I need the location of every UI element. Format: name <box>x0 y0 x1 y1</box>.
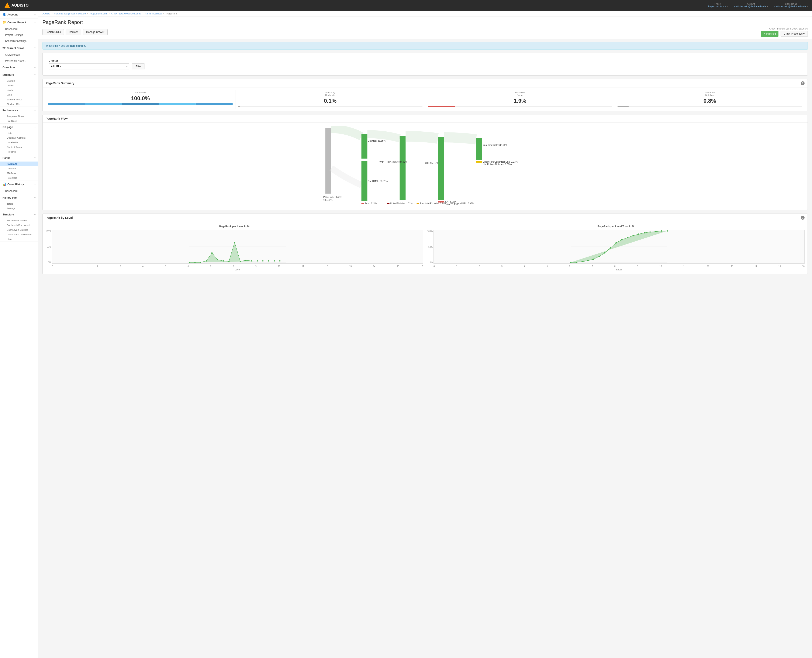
sidebar-item-pagerank[interactable]: Pagerank <box>0 161 38 166</box>
sidebar-item-scheduler-settings[interactable]: Scheduler Settings <box>0 38 38 44</box>
svg-text:100.00%: 100.00% <box>323 199 333 201</box>
search-urls-button[interactable]: Search URLs <box>42 29 64 35</box>
sidebar-item-crawl-report[interactable]: Crawl Report <box>0 52 38 58</box>
breadcrumb-account[interactable]: matthias.petri@4eck-media.de <box>54 12 86 15</box>
sidebar-item-settings[interactable]: Settings <box>0 206 38 211</box>
signed-in-link[interactable]: matthias.petri@4eck-media.de <box>774 5 806 8</box>
sidebar-item-totals[interactable]: Totals <box>0 201 38 206</box>
dot12 <box>256 260 258 262</box>
sidebar-item-user-levels-discovered[interactable]: User Levels Discovered <box>0 232 38 237</box>
chart2-box: PageRank per Level Total In % 100% 50% 0… <box>427 225 805 271</box>
dot13 <box>262 260 263 262</box>
chart2-y-50: 50% <box>427 246 433 248</box>
crawl-finished-text: Crawl Finished: Jul 8, 2024, 16:06:05 <box>761 27 808 30</box>
current-project-label: Current Project <box>8 21 26 24</box>
performance-label: Performance <box>3 109 18 112</box>
connector4 <box>444 137 476 139</box>
sidebar-item-clusters[interactable]: Clusters <box>0 78 38 83</box>
sidebar-item-response-times[interactable]: Response Times <box>0 114 38 119</box>
sidebar-crawl-info-header[interactable]: Crawl Info ▾ <box>0 64 38 71</box>
logo-icon <box>4 2 10 8</box>
sidebar-history-info-header[interactable]: History Info ▾ <box>0 194 38 201</box>
sidebar-item-dashboard[interactable]: Dashboard <box>0 26 38 32</box>
sidebar-item-ch-dashboard[interactable]: Dashboard <box>0 188 38 194</box>
check-icon: ✓ <box>763 32 765 35</box>
ranks-label: Ranks <box>3 157 10 160</box>
pr-value-redirects: 0.1% <box>238 98 422 104</box>
legend-fb-text: www.facebook.com: 0.15% <box>394 205 420 206</box>
sidebar-item-hosts[interactable]: Hosts <box>0 88 38 92</box>
chart2-y-0: 0% <box>427 261 433 264</box>
sidebar-structure-header[interactable]: Structure ▾ <box>0 71 38 78</box>
dot2-4 <box>593 258 594 260</box>
cluster-section: Cluster All URLs Filter <box>42 53 808 75</box>
dot10 <box>245 260 246 261</box>
crawl-properties-arrow: ▾ <box>803 32 804 35</box>
col5-label-canonical: Likely Not: Canonical Link: 1.93% <box>483 160 518 163</box>
sidebar-item-localization[interactable]: Localization <box>0 140 38 145</box>
chart1-y-axis: 100% 50% 0% <box>45 230 51 264</box>
sidebar-item-hist-links[interactable]: Links <box>0 237 38 241</box>
main-content: Audisto › matthias.petri@4eck-media.de ›… <box>38 11 812 658</box>
breadcrumb-audisto[interactable]: Audisto <box>42 12 50 15</box>
by-level-help-badge[interactable]: ? <box>801 216 804 220</box>
breadcrumb-crawl[interactable]: Crawl https://www.tutkit.com/ <box>111 12 141 15</box>
sidebar-hist-structure-header[interactable]: Structure ▾ <box>0 211 38 218</box>
sidebar-item-links[interactable]: Links <box>0 92 38 97</box>
legend-external-text: External URL: 0.96% <box>454 202 474 205</box>
dot2-8 <box>615 242 617 243</box>
sidebar-section-ranks: Ranks ▾ Pagerank Cheirank 2D-Rank Potent… <box>0 154 38 180</box>
sidebar-item-2d-rank[interactable]: 2D-Rank <box>0 171 38 175</box>
sidebar-item-duplicate-content[interactable]: Duplicate Content <box>0 135 38 140</box>
crawl-properties-button[interactable]: Crawl Properties ▾ <box>781 31 808 37</box>
col1-bar <box>325 128 331 194</box>
sidebar-item-user-levels-crawled[interactable]: User Levels Crawled <box>0 227 38 232</box>
layout: 👤Account ▾ 📁Current Project ▾ Dashboard … <box>0 11 812 658</box>
cluster-select[interactable]: All URLs <box>49 63 129 69</box>
on-page-label: On-page <box>3 126 13 128</box>
breadcrumb-project[interactable]: Project tutkit.com <box>89 12 107 15</box>
sidebar-item-file-sizes[interactable]: File Sizes <box>0 119 38 123</box>
sidebar-item-cheirank[interactable]: Cheirank <box>0 166 38 171</box>
manage-crawl-button[interactable]: Manage Crawl ▾ <box>83 29 108 35</box>
summary-help-badge[interactable]: ? <box>801 81 804 85</box>
breadcrumb-ranks[interactable]: Ranks Overview <box>145 12 162 15</box>
sidebar-item-potentials[interactable]: Potentials <box>0 175 38 180</box>
dot2-14 <box>649 231 651 233</box>
sidebar-ranks-header[interactable]: Ranks ▾ <box>0 154 38 161</box>
sidebar-current-project-header[interactable]: 📁Current Project ▾ <box>0 19 38 26</box>
sidebar-item-hints[interactable]: Hints <box>0 131 38 135</box>
help-link[interactable]: help section <box>70 44 85 47</box>
chart1-y-50: 50% <box>45 246 51 248</box>
hist-structure-label: Structure <box>3 213 14 216</box>
dot2-1 <box>576 262 577 263</box>
sidebar-item-hreflang[interactable]: Hreflang <box>0 149 38 154</box>
sidebar-item-bot-levels-discovered[interactable]: Bot Levels Discovered <box>0 223 38 227</box>
chart1-area: 01 23 45 67 89 1011 1213 1415 16 <box>52 230 423 271</box>
sidebar-on-page-header[interactable]: On-page ▾ <box>0 124 38 131</box>
sidebar-item-project-settings[interactable]: Project Settings <box>0 32 38 38</box>
recrawl-button[interactable]: Recrawl <box>66 29 81 35</box>
col2-label-crawled: Crawled: 36.65% <box>368 139 386 142</box>
crawl-history-label: Crawl History <box>8 183 24 186</box>
sidebar-item-levels[interactable]: Levels <box>0 83 38 88</box>
sidebar-item-similar-urls[interactable]: Similar URLs <box>0 102 38 107</box>
chart2-area: 01 23 45 67 89 1011 1213 1415 16 <box>434 230 804 271</box>
sidebar-item-external-urls[interactable]: External URLs <box>0 97 38 102</box>
sidebar-performance-header[interactable]: Performance ▾ <box>0 107 38 114</box>
project-icon: 📁 <box>3 20 6 24</box>
pagerank-by-level-header: PageRank by Level ? <box>43 214 807 222</box>
legend-li-text: www.linkedin.com: 0.15% <box>426 205 450 206</box>
project-link[interactable]: Project tutkit.com <box>708 5 726 8</box>
project-section: Project Project tutkit.com ▾ <box>708 3 728 8</box>
sidebar-current-crawl-header[interactable]: 🕷Current Crawl ▾ <box>0 44 38 52</box>
sidebar-crawl-history-header[interactable]: 📊Crawl History ▾ <box>0 180 38 188</box>
account-link[interactable]: matthias.petri@4eck-media.de <box>734 5 766 8</box>
sidebar-item-monitoring-report[interactable]: Monitoring Report <box>0 58 38 64</box>
col5-bar-indexable <box>476 138 482 160</box>
sidebar-item-bot-levels-crawled[interactable]: Bot Levels Crawled <box>0 218 38 223</box>
filter-button[interactable]: Filter <box>132 63 145 69</box>
page-title: PageRank Report <box>42 19 808 25</box>
sidebar-item-content-types[interactable]: Content Types <box>0 145 38 149</box>
sidebar-account-header[interactable]: 👤Account ▾ <box>0 11 38 18</box>
